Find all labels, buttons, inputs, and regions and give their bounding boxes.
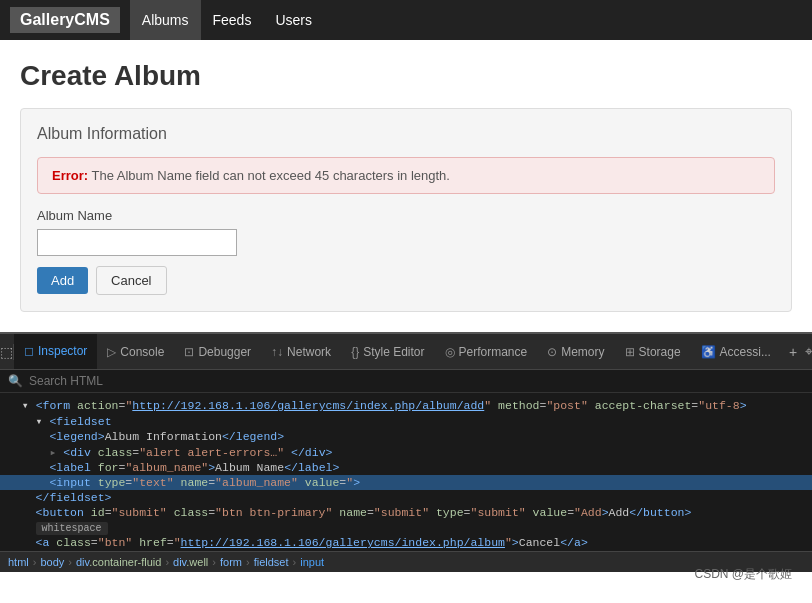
search-icon: 🔍 (8, 374, 23, 388)
devtools-pointer-icon[interactable]: ⬚ (0, 344, 14, 360)
bc-div-container[interactable]: div.container-fluid (76, 556, 161, 568)
error-alert: Error: The Album Name field can not exce… (37, 157, 775, 194)
html-line-div-alert: ▸ <div class="alert alert-errors…" </div… (0, 444, 812, 460)
tab-memory[interactable]: ⊙ Memory (537, 334, 614, 370)
album-name-label: Album Name (37, 208, 775, 223)
tab-inspector[interactable]: ◻ Inspector (14, 334, 97, 370)
html-line-button-submit: <button id="submit" class="btn btn-prima… (0, 505, 812, 520)
tab-network[interactable]: ↑↓ Network (261, 334, 341, 370)
bc-fieldset[interactable]: fieldset (254, 556, 289, 568)
form-actions: Add Cancel (37, 256, 775, 295)
album-name-group: Album Name (37, 208, 775, 256)
page-content: Create Album Album Information Error: Th… (0, 40, 812, 332)
html-line-a-cancel: <a class="btn" href="http://192.168.1.10… (0, 535, 812, 550)
search-html-input[interactable] (29, 374, 804, 388)
debugger-label: Debugger (198, 334, 251, 370)
bc-div-well[interactable]: div.well (173, 556, 208, 568)
performance-icon: ◎ (445, 334, 455, 370)
console-label: Console (120, 334, 164, 370)
devtools-tabs: ⬚ ◻ Inspector ▷ Console ⊡ Debugger ↑↓ Ne… (0, 334, 812, 370)
debugger-icon: ⊡ (184, 334, 194, 370)
panel-title: Album Information (37, 125, 775, 143)
add-button[interactable]: Add (37, 267, 88, 294)
navbar: GalleryCMS Albums Feeds Users (0, 0, 812, 40)
html-line-label: <label for="album_name">Album Name</labe… (0, 460, 812, 475)
nav-albums[interactable]: Albums (130, 0, 201, 40)
navbar-brand: GalleryCMS (10, 7, 120, 33)
accessibility-label: Accessi... (720, 334, 771, 370)
network-icon: ↑↓ (271, 334, 283, 370)
style-editor-label: Style Editor (363, 334, 424, 370)
tab-performance[interactable]: ◎ Performance (435, 334, 538, 370)
error-label: Error: (52, 168, 88, 183)
html-panel: ▾ <form action="http://192.168.1.106/gal… (0, 393, 812, 551)
bc-form[interactable]: form (220, 556, 242, 568)
album-name-input[interactable] (37, 229, 237, 256)
style-editor-icon: {} (351, 334, 359, 370)
tab-accessibility[interactable]: ♿ Accessi... (691, 334, 781, 370)
storage-label: Storage (639, 334, 681, 370)
bc-arrow-6: › (293, 556, 297, 568)
html-search-bar: 🔍 (0, 370, 812, 393)
accessibility-icon: ♿ (701, 334, 716, 370)
console-icon: ▷ (107, 334, 116, 370)
html-line-whitespace: whitespace (0, 520, 812, 535)
devtools-tools-right: + ⌖ (781, 343, 812, 360)
bc-html[interactable]: html (8, 556, 29, 568)
memory-label: Memory (561, 334, 604, 370)
bc-arrow-3: › (165, 556, 169, 568)
inspector-label: Inspector (38, 334, 87, 369)
network-label: Network (287, 334, 331, 370)
devtools-breadcrumb: html › body › div.container-fluid › div.… (0, 551, 812, 572)
memory-icon: ⊙ (547, 334, 557, 370)
add-node-icon[interactable]: + (789, 344, 797, 360)
html-line-fieldset-open: ▾ <fieldset (0, 413, 812, 429)
bc-input[interactable]: input (300, 556, 324, 568)
bc-arrow-5: › (246, 556, 250, 568)
error-message: The Album Name field can not exceed 45 c… (92, 168, 450, 183)
tab-console[interactable]: ▷ Console (97, 334, 174, 370)
html-line-input[interactable]: <input type="text" name="album_name" val… (0, 475, 812, 490)
html-line-fieldset-close: </fieldset> (0, 490, 812, 505)
storage-icon: ⊞ (625, 334, 635, 370)
bc-arrow-2: › (68, 556, 72, 568)
html-line-form-open: ▾ <form action="http://192.168.1.106/gal… (0, 397, 812, 413)
screenshot-icon[interactable]: ⌖ (805, 343, 812, 360)
inspector-icon: ◻ (24, 334, 34, 369)
bc-arrow-1: › (33, 556, 37, 568)
page-title: Create Album (20, 60, 792, 92)
html-line-legend: <legend>Album Information</legend> (0, 429, 812, 444)
nav-users[interactable]: Users (263, 0, 324, 40)
tab-style-editor[interactable]: {} Style Editor (341, 334, 434, 370)
cancel-button[interactable]: Cancel (96, 266, 166, 295)
bc-body[interactable]: body (40, 556, 64, 568)
album-panel: Album Information Error: The Album Name … (20, 108, 792, 312)
devtools-panel: ⬚ ◻ Inspector ▷ Console ⊡ Debugger ↑↓ Ne… (0, 332, 812, 572)
tab-storage[interactable]: ⊞ Storage (615, 334, 691, 370)
bc-arrow-4: › (212, 556, 216, 568)
nav-feeds[interactable]: Feeds (201, 0, 264, 40)
tab-debugger[interactable]: ⊡ Debugger (174, 334, 261, 370)
performance-label: Performance (459, 334, 528, 370)
